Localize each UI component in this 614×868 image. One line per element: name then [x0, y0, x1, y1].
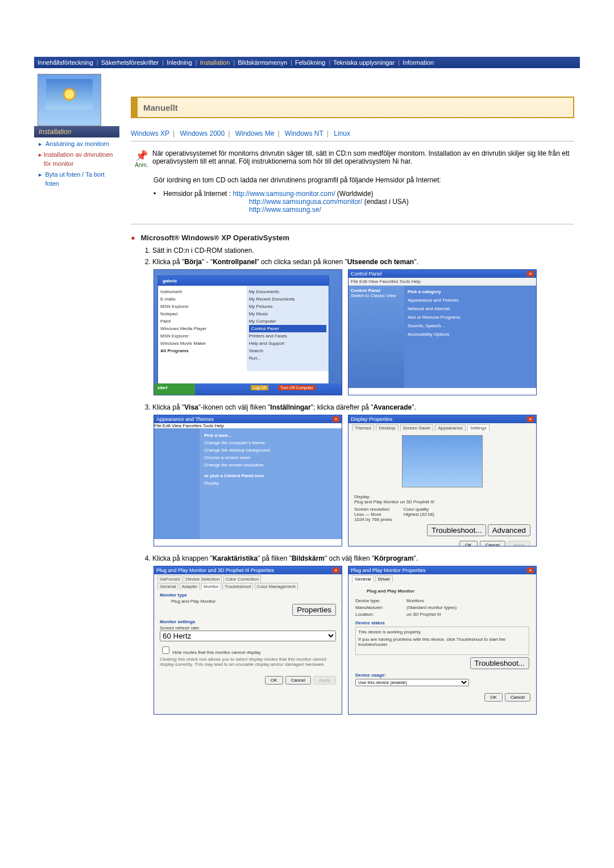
tab: Color Correction — [223, 575, 261, 582]
arrow-icon: ▸ — [39, 140, 45, 148]
start-item: MSN Explorer — [160, 303, 244, 310]
cp-side-item: Switch to Classic View — [351, 293, 402, 298]
note-text: När operativsystemet för monitorns drivr… — [152, 149, 574, 168]
nav-item[interactable]: Säkerhetsföreskrifter — [101, 59, 159, 66]
divider — [131, 141, 574, 141]
start-item: Run... — [249, 354, 326, 362]
display-value: Plug and Play Monitor on 3D Prophet III — [354, 499, 530, 504]
section-heading: ● Microsoft® Windows® XP OperativSystem — [131, 233, 574, 242]
pin-icon: 📌 — [131, 149, 152, 162]
color-value: Highest (32 bit) — [404, 512, 434, 517]
window-title: Display Properties — [351, 416, 392, 422]
start-item: MSN Explorer — [160, 332, 244, 340]
res-label: Screen resolution — [354, 507, 392, 512]
start-header: galeriz — [158, 276, 329, 286]
nav-item[interactable]: Information — [403, 59, 434, 66]
url-suffix: (endast i USA) — [364, 198, 409, 206]
screenshot-control-panel: Control Panel× File Edit View Favorites … — [348, 269, 537, 395]
screenshot-row-3: Plug and Play Monitor and 3D Prophet III… — [154, 566, 574, 715]
nav-item[interactable]: Felsökning — [295, 59, 325, 66]
internet-line: • Hemsidor på Internet : http://www.sams… — [154, 190, 574, 198]
section-title: Microsoft® Windows® XP OperativSystem — [140, 233, 289, 242]
os-link[interactable]: Linux — [334, 130, 350, 137]
steps-list: Klicka på knappen "Karaktäristika" på fl… — [141, 554, 574, 562]
screenshot-row-2: Appearance and Themes× File Edit View Fa… — [154, 415, 574, 546]
tab: General — [157, 583, 178, 590]
sidebar-link[interactable]: ▸ Byta ut foten / Ta bort foten — [39, 170, 117, 188]
pick-task-label: Pick a task... — [204, 433, 337, 438]
sidebar-link-label[interactable]: Anslutning av monitorn — [45, 140, 109, 148]
window-menu: File Edit View Favorites Tools Help — [349, 278, 536, 286]
start-item: Notepad — [160, 310, 244, 318]
start-item: My Music — [249, 310, 326, 318]
device-status-text: This device is working properly. — [358, 629, 526, 635]
monitor-type-label: Monitor type — [160, 592, 336, 598]
start-item: Search — [249, 347, 326, 354]
cp-icon: Display — [204, 481, 337, 486]
screenshot-start-menu: galeriz Instrument E-mails MSN Explorer … — [154, 269, 342, 395]
start-item: Paint — [160, 318, 244, 325]
tab: Driver — [375, 575, 393, 582]
steps-list: Klicka på "Visa"-ikonen och välj fliken … — [141, 403, 574, 411]
url-link[interactable]: http://www.samsung-monitor.com/ — [233, 190, 335, 198]
os-link[interactable]: Windows XP — [131, 130, 169, 137]
start-item: My Computer — [249, 318, 326, 325]
os-link[interactable]: Windows Me — [235, 130, 275, 137]
cp-category: Network and Internet — [408, 306, 533, 311]
url-suffix: (Worldwide) — [337, 190, 374, 198]
nav-item-active[interactable]: Installation — [200, 59, 230, 66]
start-item: Help and Support — [249, 340, 326, 347]
url-link[interactable]: http://www.samsung.se/ — [249, 206, 321, 214]
refresh-select: 60 Hertz — [160, 631, 336, 641]
device-name: Plug and Play Monitor — [367, 589, 529, 594]
sidebar-heading: Installation — [34, 126, 119, 137]
sidebar-link-active[interactable]: ▸ Installation av drivrutinen för monito… — [39, 151, 117, 168]
troubleshoot-button: Troubleshoot... — [427, 524, 486, 536]
nav-item[interactable]: Tekniska upplysningar — [333, 59, 395, 66]
screenshot-row-1: galeriz Instrument E-mails MSN Explorer … — [154, 269, 574, 395]
cancel-button: Cancel — [480, 541, 505, 546]
tab: Desktop — [376, 424, 398, 431]
os-link[interactable]: Windows 2000 — [180, 130, 225, 137]
cp-category: Sounds, Speech... — [408, 323, 533, 328]
or-pick-label: or pick a Control Panel icon — [204, 473, 337, 478]
cp-side-title: Control Panel — [351, 288, 402, 293]
note-badge-label: Anm. — [131, 162, 152, 168]
screenshot-monitor-adv-properties: Plug and Play Monitor and 3D Prophet III… — [154, 566, 342, 715]
tab-active: General — [352, 575, 374, 582]
bullet-icon: ● — [131, 233, 135, 242]
step-1: Sätt in CD:n i CD-ROM stationen. — [152, 247, 574, 254]
cp-category: Add or Remove Programs — [408, 315, 533, 320]
nav-item[interactable]: Inledning — [167, 59, 192, 66]
task-link: Change the desktop background — [204, 448, 337, 453]
cancel-button: Cancel — [505, 693, 530, 702]
device-usage-title: Device usage: — [355, 673, 529, 678]
steps-list: Sätt in CD:n i CD-ROM stationen. Klicka … — [141, 247, 574, 266]
url-link[interactable]: http://www.samsungusa.com/monitor/ — [249, 198, 362, 206]
tab: Device Selection — [184, 575, 222, 582]
sidebar-link-label[interactable]: Installation av drivrutinen för monitor — [44, 151, 117, 168]
tab: Adapter — [180, 583, 200, 590]
close-icon: × — [527, 416, 534, 422]
start-item: All Programs — [160, 347, 244, 354]
os-link[interactable]: Windows NT — [285, 130, 323, 137]
nav-item[interactable]: Innehållsförteckning — [38, 59, 93, 66]
note-block: 📌 Anm. När operativsystemet för monitorn… — [131, 149, 574, 168]
monitor-preview — [402, 435, 483, 487]
cp-category: Accessibility Options — [408, 332, 533, 337]
task-link: Change the computer's theme — [204, 440, 337, 445]
sidebar-link[interactable]: ▸ Anslutning av monitorn — [39, 140, 117, 148]
monitor-settings-label: Monitor settings — [160, 619, 336, 624]
close-icon: × — [527, 567, 534, 573]
window-menu: File Edit View Favorites Tools Help — [154, 423, 342, 428]
location-label: Location: — [355, 612, 406, 617]
nav-item[interactable]: Bildskärmsmenyn — [238, 59, 287, 66]
cp-category: Appearance and Themes — [408, 298, 533, 303]
task-link: Change the screen resolution — [204, 462, 337, 468]
screenshot-pnp-monitor-properties: Plug and Play Monitor Properties× Genera… — [348, 566, 537, 715]
sidebar-link-label[interactable]: Byta ut foten / Ta bort foten — [45, 170, 117, 188]
start-button: start — [154, 383, 195, 395]
step-4: Klicka på knappen "Karaktäristika" på fl… — [152, 554, 574, 562]
tab: Themes — [352, 424, 374, 431]
res-value: 1024 by 768 pixels — [354, 517, 392, 522]
